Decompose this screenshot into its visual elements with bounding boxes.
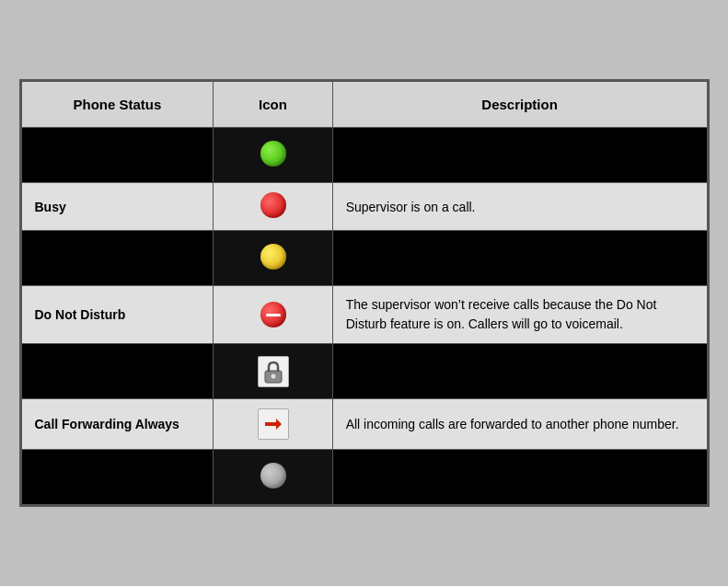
yellow-circle-icon [260,244,286,270]
table-row [21,231,707,286]
svg-rect-3 [265,422,277,426]
desc-cell-dark3 [332,344,707,399]
desc-cell-busy: Supervisor is on a call. [332,183,707,231]
icon-cell-cfa [214,399,332,450]
icon-cell-dark3 [214,344,332,399]
desc-cell-dark1 [332,128,707,183]
status-cell-dark1 [21,128,214,183]
svg-point-1 [271,373,275,378]
table-row [21,128,707,183]
phone-status-table: Phone Status Icon Description Busy [19,79,710,507]
table-row [21,450,707,505]
desc-cell-dnd: The supervisor won’t receive calls becau… [332,286,707,344]
icon-cell-dark4 [214,450,332,505]
green-circle-icon [260,141,286,167]
lock-icon [258,356,289,387]
status-cell-dark4 [21,450,214,505]
icon-cell-dark2 [214,231,332,286]
header-description: Description [332,82,707,128]
header-icon: Icon [214,82,332,128]
gray-circle-icon [260,463,286,488]
icon-cell-busy [214,183,332,231]
desc-cell-dark4 [332,450,707,505]
desc-cell-cfa: All incoming calls are forwarded to anot… [332,399,707,450]
table-row: Call Forwarding Always All incoming call… [21,399,707,450]
table-row: Do Not Disturb The supervisor won’t rece… [21,286,707,344]
icon-cell-dnd [214,286,332,344]
table-row [21,344,707,399]
status-cell-dark2 [21,231,214,286]
header-status: Phone Status [21,82,214,128]
desc-cell-dark2 [332,231,707,286]
call-forward-icon [258,408,289,440]
icon-cell-dark1 [214,128,332,183]
dnd-icon [260,302,286,327]
status-cell-cfa: Call Forwarding Always [21,399,214,450]
status-label-cfa: Call Forwarding Always [35,417,179,431]
status-label-busy: Busy [35,200,66,214]
status-cell-busy: Busy [21,183,214,231]
status-cell-dnd: Do Not Disturb [21,286,214,344]
table-row: Busy Supervisor is on a call. [21,183,707,231]
status-cell-dark3 [21,344,214,399]
red-circle-icon [260,192,286,218]
status-label-dnd: Do Not Disturb [35,307,126,322]
